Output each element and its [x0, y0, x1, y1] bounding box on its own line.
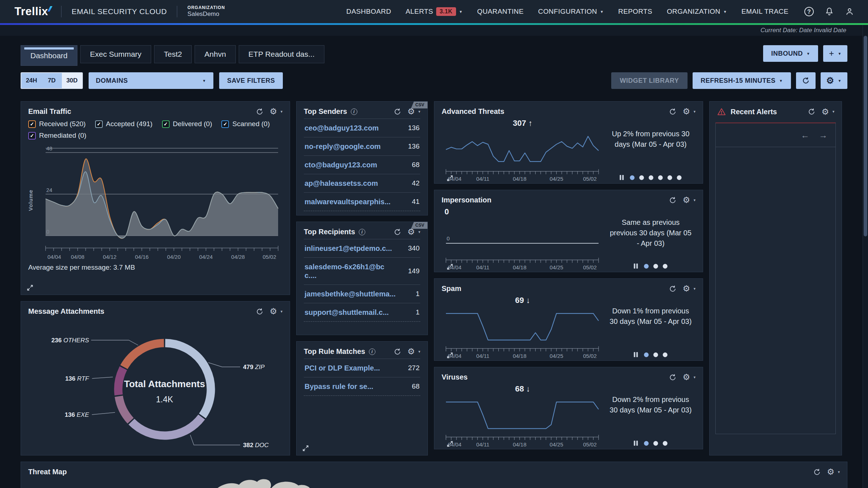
pagination-dot[interactable] — [663, 441, 668, 446]
sender-link[interactable]: no-reply@google.com — [305, 142, 381, 151]
range-30d-button[interactable]: 30D — [62, 73, 82, 88]
rule-link[interactable]: PCI or DLP Example... — [305, 364, 380, 372]
range-24h-button[interactable]: 24H — [21, 73, 42, 88]
tab-test2[interactable]: Test2 — [154, 45, 192, 63]
pagination-dot[interactable] — [649, 175, 654, 180]
pagination-dot[interactable] — [654, 264, 658, 269]
chevron-down-icon[interactable]: ▼ — [837, 470, 841, 474]
gear-icon[interactable]: ⚙ — [407, 228, 415, 236]
chevron-down-icon[interactable]: ▼ — [693, 376, 696, 379]
expand-icon[interactable] — [447, 441, 453, 447]
trellix-logo[interactable]: Trellix — [14, 5, 51, 18]
refresh-icon[interactable] — [669, 285, 677, 293]
refresh-icon[interactable] — [669, 108, 677, 116]
refresh-icon[interactable] — [808, 108, 816, 116]
nav-organization[interactable]: ORGANIZATION ▼ — [667, 8, 727, 16]
rule-link[interactable]: Bypass rule for se... — [305, 382, 373, 391]
nav-configuration[interactable]: CONFIGURATION ▼ — [538, 8, 604, 16]
expand-icon[interactable] — [27, 284, 33, 291]
gear-icon[interactable]: ⚙ — [269, 307, 277, 316]
pause-icon[interactable] — [634, 352, 638, 357]
bell-icon[interactable] — [824, 6, 835, 17]
nav-email-trace[interactable]: EMAIL TRACE — [741, 8, 788, 16]
refresh-icon[interactable] — [256, 308, 264, 316]
pagination-dot[interactable] — [644, 441, 649, 446]
tab-dashboard[interactable]: Dashboard — [21, 45, 77, 66]
csv-export-tag[interactable]: CSV — [411, 102, 427, 108]
nav-alerts[interactable]: ALERTS 3.1K ▼ — [406, 7, 463, 16]
info-icon[interactable]: i — [351, 108, 357, 115]
scanned-checkbox[interactable]: ✓ — [221, 120, 229, 128]
pagination-dot[interactable] — [639, 175, 644, 180]
tab-etp-readout[interactable]: ETP Readout das... — [239, 45, 324, 63]
gear-icon[interactable]: ⚙ — [821, 108, 829, 116]
nav-reports[interactable]: REPORTS — [618, 8, 652, 16]
pause-icon[interactable] — [634, 264, 638, 269]
chevron-down-icon[interactable]: ▼ — [693, 287, 696, 291]
save-filters-button[interactable]: SAVE FILTERS — [219, 72, 283, 89]
refresh-icon[interactable] — [393, 108, 401, 116]
gear-icon[interactable]: ⚙ — [682, 196, 690, 204]
widget-library-button[interactable]: WIDGET LIBRARY — [611, 72, 688, 89]
sender-link[interactable]: cto@badguy123.com — [305, 160, 377, 169]
nav-quarantine[interactable]: QUARANTINE — [477, 8, 524, 16]
chevron-down-icon[interactable]: ▼ — [693, 110, 696, 114]
refresh-icon[interactable] — [256, 108, 264, 116]
tab-anhvn[interactable]: Anhvn — [195, 45, 236, 63]
prev-arrow-icon[interactable]: ← — [801, 130, 809, 140]
chevron-down-icon[interactable]: ▼ — [418, 350, 421, 354]
gear-icon[interactable]: ⚙ — [407, 107, 415, 116]
recipient-link[interactable]: support@shuttlemail.c... — [305, 308, 389, 317]
tab-exec-summary[interactable]: Exec Summary — [80, 45, 151, 63]
expand-icon[interactable] — [447, 352, 453, 359]
pause-icon[interactable] — [620, 175, 624, 180]
range-7d-button[interactable]: 7D — [42, 73, 62, 88]
pagination-dot[interactable] — [654, 352, 658, 357]
recipient-link[interactable]: salesdemo-6x26h1@bcc.... — [305, 262, 396, 280]
gear-icon[interactable]: ⚙ — [682, 107, 690, 116]
sender-link[interactable]: ceo@badguy123.com — [305, 124, 379, 132]
pagination-dot[interactable] — [663, 352, 668, 357]
pagination-dot[interactable] — [668, 175, 672, 180]
gear-icon[interactable]: ⚙ — [407, 347, 415, 356]
scrollbar-thumb[interactable] — [864, 36, 867, 236]
help-icon[interactable]: ? — [804, 6, 814, 17]
pagination-dot[interactable] — [654, 441, 658, 446]
domains-select[interactable]: DOMAINS▼ — [89, 72, 213, 89]
chevron-down-icon[interactable]: ▼ — [418, 230, 421, 234]
pagination-dot[interactable] — [644, 264, 649, 269]
refresh-icon[interactable] — [393, 348, 401, 356]
pagination-dot[interactable] — [644, 352, 649, 357]
refresh-icon[interactable] — [393, 228, 401, 236]
next-arrow-icon[interactable]: → — [819, 130, 827, 140]
expand-icon[interactable] — [447, 264, 453, 270]
pagination-dot[interactable] — [677, 175, 682, 180]
chevron-down-icon[interactable]: ▼ — [280, 310, 283, 313]
nav-dashboard[interactable]: DASHBOARD — [346, 8, 391, 16]
pagination-dot[interactable] — [630, 175, 635, 180]
chevron-down-icon[interactable]: ▼ — [418, 110, 421, 114]
info-icon[interactable]: i — [359, 229, 365, 235]
expand-icon[interactable] — [447, 175, 453, 181]
user-icon[interactable] — [844, 6, 855, 17]
pagination-dot[interactable] — [658, 175, 663, 180]
accepted-checkbox[interactable]: ✓ — [95, 120, 103, 128]
refresh-icon[interactable] — [669, 196, 677, 204]
sender-link[interactable]: malwarevaultspearphis... — [305, 197, 391, 206]
recipient-link[interactable]: jamesbethke@shuttlema... — [305, 290, 396, 298]
info-icon[interactable]: i — [369, 348, 375, 355]
pause-icon[interactable] — [634, 441, 638, 446]
gear-icon[interactable]: ⚙ — [269, 107, 277, 116]
sender-link[interactable]: ap@haleassetss.com — [305, 179, 378, 188]
refresh-button[interactable] — [796, 72, 816, 89]
chevron-down-icon[interactable]: ▼ — [280, 110, 283, 114]
delivered-checkbox[interactable]: ✓ — [162, 120, 170, 128]
chevron-down-icon[interactable]: ▼ — [832, 110, 835, 114]
refresh-interval-dropdown[interactable]: REFRESH-15 MINUTES▼ — [693, 72, 791, 89]
refresh-icon[interactable] — [669, 373, 677, 381]
remediated-checkbox[interactable]: ✓ — [28, 132, 36, 140]
recipient-link[interactable]: inlineuser1@etpdemo.c... — [305, 244, 392, 253]
csv-export-tag[interactable]: CSV — [411, 222, 427, 229]
inbound-dropdown[interactable]: INBOUND▼ — [763, 45, 818, 62]
refresh-icon[interactable] — [813, 468, 821, 476]
